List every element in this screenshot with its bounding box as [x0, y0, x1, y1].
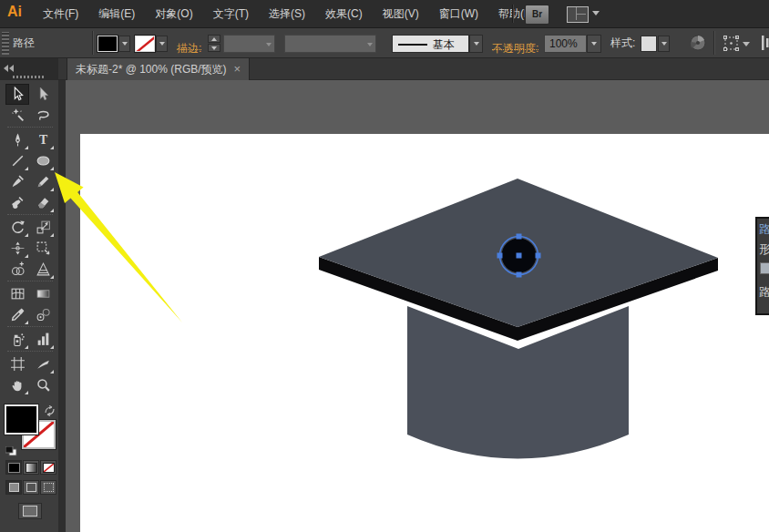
tools-panel: T: [0, 80, 58, 532]
transform-dropdown-arrow-icon[interactable]: [743, 42, 750, 46]
eraser-tool[interactable]: [31, 192, 55, 213]
gradient-tool[interactable]: [31, 283, 55, 304]
blob-brush-tool[interactable]: [5, 192, 29, 213]
direct-selection-tool[interactable]: [5, 84, 29, 105]
dropdown-arrow-icon: [591, 42, 597, 46]
shape-builder-icon: [10, 261, 26, 277]
artboard-tool[interactable]: [5, 353, 29, 374]
stroke-panel-link[interactable]: 描边:: [177, 34, 201, 50]
hand-icon: [10, 377, 26, 393]
workspace-grid-line: [577, 14, 586, 15]
workspace-switcher-icon[interactable]: [567, 6, 589, 23]
transform-bounds-icon[interactable]: [723, 36, 740, 55]
menu-effect[interactable]: 效果(C): [315, 0, 373, 27]
width-tool[interactable]: [5, 238, 29, 259]
flyout-indicator-icon: [50, 370, 54, 373]
type-tool[interactable]: T: [31, 129, 55, 150]
width-icon: [10, 240, 26, 256]
flyout-indicator-icon: [25, 167, 28, 170]
rotate-icon: [10, 220, 26, 235]
stroke-weight-stepper[interactable]: [208, 35, 220, 53]
artboard[interactable]: [80, 134, 769, 532]
dropdown-arrow-icon: [661, 42, 667, 46]
fill-color-swatch[interactable]: [97, 36, 118, 52]
close-tab-icon[interactable]: ×: [234, 65, 241, 74]
slice-tool[interactable]: [31, 353, 55, 374]
draw-normal-button[interactable]: [5, 480, 22, 495]
menu-select[interactable]: 选择(S): [259, 0, 315, 27]
blend-icon: [36, 307, 51, 322]
opacity-value-field[interactable]: 100%: [544, 35, 587, 53]
free-transform-tool[interactable]: [31, 238, 55, 259]
opacity-panel-link[interactable]: 不透明度:: [492, 34, 538, 50]
draw-inside-button[interactable]: [40, 480, 56, 495]
pencil-tool[interactable]: [31, 171, 55, 192]
dropdown-arrow-icon: [266, 43, 272, 46]
column-graph-tool[interactable]: [31, 329, 55, 350]
scale-tool[interactable]: [31, 217, 55, 238]
stepper-up-button[interactable]: [208, 35, 220, 43]
style-dropdown-button[interactable]: [658, 36, 670, 52]
symbol-sprayer-icon: [10, 332, 26, 347]
menu-view[interactable]: 视图(V): [373, 0, 429, 27]
workspace-dropdown-arrow-icon[interactable]: [592, 11, 600, 15]
pencil-icon: [36, 174, 51, 189]
menu-object[interactable]: 对象(O): [145, 0, 202, 27]
gradient-button[interactable]: [23, 460, 39, 475]
default-fill-stroke-icon[interactable]: [5, 444, 17, 454]
line-segment-tool[interactable]: [5, 150, 29, 171]
controlbar-grip-handle[interactable]: [2, 32, 9, 55]
shape-builder-tool[interactable]: [5, 259, 29, 280]
align-icon-clipped[interactable]: [762, 34, 769, 54]
dropdown-arrow-icon: [159, 42, 165, 46]
magic-wand-tool[interactable]: [5, 105, 29, 126]
paintbrush-tool[interactable]: [5, 171, 29, 192]
document-tab[interactable]: 未标题-2* @ 100% (RGB/预览) ×: [67, 58, 250, 80]
perspective-grid-icon: [36, 261, 51, 277]
perspective-grid-tool[interactable]: [31, 259, 55, 280]
pen-icon: [10, 132, 26, 148]
document-tab-bar: 未标题-2* @ 100% (RGB/预览) ×: [0, 58, 769, 80]
zoom-tool[interactable]: [31, 374, 55, 395]
stroke-color-dropdown-button[interactable]: [156, 36, 168, 52]
collapse-panel-icon[interactable]: [4, 65, 14, 72]
menu-type[interactable]: 文字(T): [203, 0, 259, 27]
swap-fill-stroke-icon[interactable]: [44, 404, 56, 420]
mesh-tool[interactable]: [5, 283, 29, 304]
color-button[interactable]: [5, 460, 22, 475]
toolbar-grip-dots[interactable]: [13, 76, 46, 78]
blend-tool[interactable]: [31, 304, 55, 325]
stroke-color-swatch-none[interactable]: [135, 36, 155, 52]
screen-mode-icon: [23, 506, 37, 517]
profile-dropdown-button[interactable]: [469, 35, 483, 53]
down-arrow-icon: [211, 46, 217, 50]
eyedropper-tool[interactable]: [5, 304, 29, 325]
menu-edit[interactable]: 编辑(E): [88, 0, 145, 27]
none-button[interactable]: [40, 460, 56, 475]
fill-color-dropdown-button[interactable]: [118, 36, 130, 52]
opacity-dropdown-button[interactable]: [587, 35, 601, 53]
lasso-tool[interactable]: [31, 105, 55, 126]
variable-width-profile-field[interactable]: 基本: [392, 35, 469, 53]
selection-tool[interactable]: [31, 84, 55, 105]
draw-inside-icon: [44, 483, 54, 492]
panel-tab-text-fragment: 路: [759, 284, 769, 301]
graphic-style-swatch[interactable]: [641, 36, 657, 52]
draw-behind-button[interactable]: [23, 480, 39, 495]
blob-brush-icon: [10, 195, 26, 210]
bridge-button[interactable]: Br: [525, 5, 549, 25]
screen-mode-button[interactable]: [18, 503, 42, 519]
flyout-indicator-icon: [25, 254, 28, 258]
selection-icon: [36, 87, 51, 102]
symbol-sprayer-tool[interactable]: [5, 329, 29, 350]
recolor-artwork-icon[interactable]: [689, 34, 707, 56]
fill-indicator-swatch[interactable]: [5, 404, 38, 435]
stepper-down-button[interactable]: [208, 44, 220, 52]
menu-file[interactable]: 文件(F): [33, 0, 88, 27]
hand-tool[interactable]: [5, 374, 29, 395]
controlbar-separator: [92, 31, 94, 55]
pen-tool[interactable]: [5, 129, 29, 150]
ellipse-tool[interactable]: [31, 150, 55, 171]
menu-window[interactable]: 窗口(W): [429, 0, 488, 27]
rotate-tool[interactable]: [5, 217, 29, 238]
